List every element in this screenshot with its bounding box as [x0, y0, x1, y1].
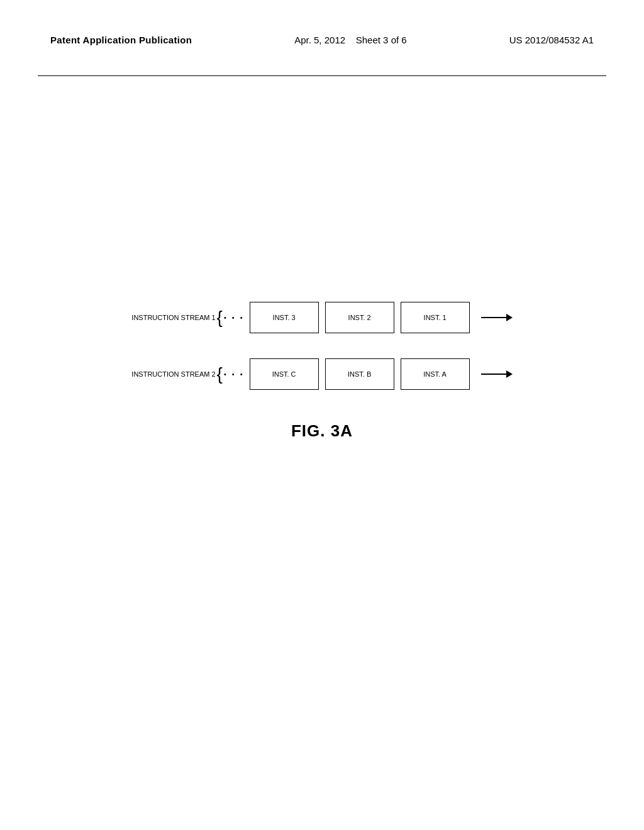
stream2-label: INSTRUCTION STREAM 2	[131, 370, 215, 378]
stream1-arrow-line	[481, 317, 506, 318]
stream2-box-c: INST. C	[250, 358, 319, 390]
stream2-box-a: INST. A	[401, 358, 470, 390]
header-left: Patent Application Publication	[50, 35, 192, 45]
stream1-arrow	[481, 314, 513, 321]
header-right: US 2012/084532 A1	[509, 35, 594, 45]
stream-row-2: INSTRUCTION STREAM 2 { • • • INST. C INS…	[131, 358, 512, 390]
header: Patent Application Publication Apr. 5, 2…	[0, 35, 644, 45]
page: Patent Application Publication Apr. 5, 2…	[0, 0, 644, 830]
stream1-box-3: INST. 3	[250, 302, 319, 333]
stream2-brace-dots: { • • •	[217, 365, 245, 383]
stream-row-1: INSTRUCTION STREAM 1 { • • • INST. 3 INS…	[131, 302, 512, 333]
stream1-box-1: INST. 1	[401, 302, 470, 333]
stream1-brace-dots: { • • •	[217, 309, 245, 326]
stream1-label: INSTRUCTION STREAM 1	[131, 314, 215, 321]
stream2-dots: • • •	[224, 370, 245, 378]
stream1-brace: {	[217, 309, 223, 326]
stream2-arrow	[481, 370, 513, 378]
stream2-box-b: INST. B	[325, 358, 394, 390]
figure-label: FIG. 3A	[0, 421, 644, 441]
header-center: Apr. 5, 2012 Sheet 3 of 6	[294, 35, 406, 45]
stream2-arrow-head	[506, 370, 513, 378]
stream2-arrow-line	[481, 374, 506, 375]
header-divider	[38, 75, 606, 76]
stream1-box-2: INST. 2	[325, 302, 394, 333]
stream2-brace: {	[217, 365, 223, 383]
stream1-arrow-head	[506, 314, 513, 321]
diagram-area: INSTRUCTION STREAM 1 { • • • INST. 3 INS…	[0, 302, 644, 390]
stream1-dots: • • •	[224, 314, 245, 321]
